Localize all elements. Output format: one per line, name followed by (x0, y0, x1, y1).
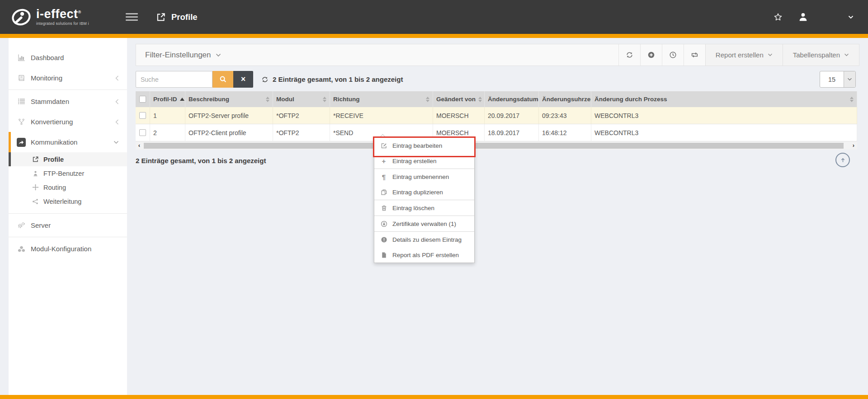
page-size-select[interactable]: 15 (820, 71, 856, 88)
scrollbar-thumb[interactable] (144, 143, 844, 149)
profiles-table: Profil-ID Beschreibung Modul Richtung Ge… (136, 91, 857, 150)
table-columns-dropdown-button[interactable]: Tabellenspalten (783, 44, 859, 66)
context-menu-label: Eintrag duplizieren (392, 189, 443, 196)
context-menu-item-eintrag-erstellen[interactable]: + Eintrag erstellen (374, 153, 474, 169)
chevron-left-icon (115, 99, 119, 104)
move-arrows-icon (31, 184, 40, 191)
sort-asc-icon (180, 98, 184, 101)
cell-aenderung-durch-prozess: WEBCONTRL3 (591, 107, 857, 124)
context-menu-item-eintrag-umbenennen[interactable]: ¶ Eintrag umbenennen (374, 169, 474, 184)
report-dropdown-button[interactable]: Report erstellen (705, 44, 783, 66)
sidebar-item-kommunikation[interactable]: Kommunikation (9, 132, 127, 152)
external-link-icon (31, 156, 40, 163)
sidebar-subitem-profile[interactable]: Profile (9, 152, 127, 166)
chevron-down-icon (216, 53, 221, 57)
column-header-modul[interactable]: Modul (273, 91, 330, 107)
sidebar-item-label: Konvertierung (31, 118, 73, 126)
search-clear-button[interactable]: × (233, 71, 253, 88)
favorite-star-button[interactable] (774, 13, 783, 22)
main-content: Filter-Einstellungen (136, 38, 859, 395)
user-menu-button[interactable] (798, 12, 808, 22)
cell-beschreibung: OFTP2-Client profile (185, 124, 273, 141)
context-menu-item-eintrag-loeschen[interactable]: Eintrag löschen (374, 200, 474, 216)
result-info: 2 Einträge gesamt, von 1 bis 2 angezeigt (261, 75, 403, 83)
history-button[interactable] (662, 44, 684, 66)
sidebar-subitem-label: Profile (43, 156, 64, 163)
refresh-icon[interactable] (261, 76, 269, 83)
star-icon (774, 13, 783, 22)
scroll-to-top-button[interactable] (835, 153, 850, 167)
context-menu-label: Eintrag erstellen (392, 158, 437, 164)
person-icon (31, 170, 40, 177)
column-header-aenderung-durch-prozess[interactable]: Änderung durch Prozess (591, 91, 857, 107)
scroll-right-button[interactable]: › (850, 141, 857, 150)
sidebar-item-modul-konfiguration[interactable]: Modul-Konfiguration (9, 239, 127, 259)
context-menu-label: Eintrag umbenennen (392, 174, 449, 180)
repeat-button[interactable] (684, 44, 705, 66)
filter-settings-label: Filter-Einstellungen (145, 51, 211, 60)
arrow-up-icon (840, 157, 846, 164)
column-label: Geändert von (436, 96, 476, 103)
sidebar-toggle-button[interactable] (126, 11, 138, 23)
horizontal-scrollbar[interactable]: ‹ › (136, 141, 857, 150)
filter-settings-dropdown[interactable]: Filter-Einstellungen (136, 44, 221, 66)
sidebar: Dashboard Monitoring (9, 38, 127, 395)
select-all-checkbox[interactable] (139, 96, 146, 103)
scroll-left-button[interactable]: ‹ (136, 141, 143, 150)
cell-aenderungsdatum: 18.09.2017 (485, 124, 539, 141)
bar-chart-icon (16, 54, 27, 61)
context-menu-label: Eintrag bearbeiten (392, 142, 442, 149)
table-row[interactable]: 1 OFTP2-Server profile *OFTP2 *RECEIVE M… (136, 107, 857, 124)
pilcrow-icon: ¶ (380, 173, 388, 181)
sidebar-item-dashboard[interactable]: Dashboard (9, 47, 127, 68)
column-label: Änderungsdatum (488, 96, 538, 103)
retweet-icon (690, 52, 699, 58)
share-nodes-icon (31, 198, 40, 205)
column-header-aenderungsdatum[interactable]: Änderungsdatum (485, 91, 539, 107)
column-label: Profil-ID (153, 96, 177, 103)
cell-beschreibung: OFTP2-Server profile (185, 107, 273, 124)
search-submit-button[interactable] (212, 71, 233, 88)
sidebar-item-konvertierung[interactable]: Konvertierung (9, 112, 127, 132)
sidebar-item-monitoring[interactable]: Monitoring (9, 68, 127, 88)
external-link-icon (156, 12, 166, 22)
row-checkbox-cell (136, 107, 150, 124)
table-row[interactable]: 2 OFTP2-Client profile *OFTP2 *SEND MOER… (136, 124, 857, 141)
search-input[interactable] (136, 71, 212, 88)
sort-icon (478, 97, 482, 102)
sidebar-subitem-label: FTP-Benutzer (43, 170, 84, 177)
context-menu-item-zertifikate-verwalten[interactable]: Zertifikate verwalten (1) (374, 216, 474, 231)
sidebar-item-stammdaten[interactable]: Stammdaten (9, 91, 127, 112)
sidebar-subitem-ftp-benutzer[interactable]: FTP-Benutzer (9, 166, 127, 180)
row-checkbox[interactable] (139, 112, 146, 119)
column-header-profil-id[interactable]: Profil-ID (150, 91, 185, 107)
context-menu-item-eintrag-duplizieren[interactable]: Eintrag duplizieren (374, 184, 474, 200)
sidebar-item-server[interactable]: Server (9, 215, 127, 235)
column-header-beschreibung[interactable]: Beschreibung (185, 91, 273, 107)
search-row: × 2 Einträge gesamt, von 1 bis 2 angezei… (136, 71, 859, 88)
sidebar-subitem-weiterleitung[interactable]: Weiterleitung (9, 194, 127, 208)
sort-icon (266, 97, 269, 102)
sort-icon (850, 97, 854, 102)
add-entry-button[interactable] (640, 44, 662, 66)
cell-geaendert-von: MOERSCH (433, 107, 485, 124)
column-label: Änderung durch Prozess (594, 96, 667, 103)
column-header-richtung[interactable]: Richtung (330, 91, 433, 107)
context-menu-item-details[interactable]: Details zu diesem Eintrag (374, 232, 474, 247)
row-checkbox[interactable] (139, 129, 146, 136)
sidebar-subitem-routing[interactable]: Routing (9, 180, 127, 194)
sidebar-item-label: Dashboard (31, 54, 64, 61)
select-all-cell (136, 91, 150, 107)
table-header-row: Profil-ID Beschreibung Modul Richtung Ge… (136, 91, 857, 107)
brand-logo[interactable]: i-effect® integrated solutions for IBM i (0, 7, 119, 28)
bottom-summary-text: 2 Einträge gesamt, von 1 bis 2 angezeigt (136, 157, 266, 164)
brand-tagline: integrated solutions for IBM i (36, 21, 89, 26)
gears-icon (16, 222, 27, 229)
column-header-aenderungsuhrzeit[interactable]: Änderungsuhrzeit (539, 91, 591, 107)
context-menu-item-eintrag-bearbeiten[interactable]: Eintrag bearbeiten (374, 138, 474, 153)
refresh-button[interactable] (618, 44, 640, 66)
plus-circle-icon (647, 51, 655, 59)
header-dropdown-button[interactable] (848, 15, 854, 19)
context-menu-item-report-pdf[interactable]: Report als PDF erstellen (374, 247, 474, 263)
column-header-geaendert-von[interactable]: Geändert von (433, 91, 485, 107)
